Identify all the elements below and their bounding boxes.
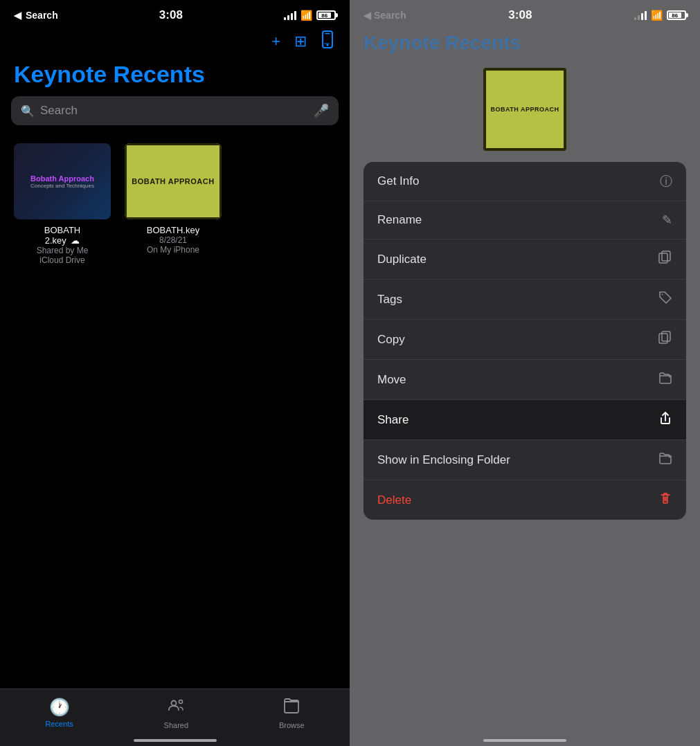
- menu-label-share: Share: [377, 413, 409, 427]
- menu-icon-delete: [658, 491, 672, 509]
- menu-item-duplicate[interactable]: Duplicate: [364, 239, 686, 280]
- menu-icon-rename: ✎: [662, 212, 672, 228]
- menu-item-move[interactable]: Move: [364, 360, 686, 400]
- right-battery-fill: 86: [669, 12, 681, 18]
- file-meta-bobath-loc: On My iPhone: [147, 245, 199, 255]
- blurred-background: Keynote Recents: [350, 25, 700, 54]
- context-file-preview: BOBATH APPROACH: [483, 68, 566, 151]
- r-signal-bar-3: [641, 13, 643, 20]
- menu-label-show-enclosing: Show in Enclosing Folder: [377, 453, 510, 467]
- menu-label-duplicate: Duplicate: [377, 253, 427, 266]
- left-home-indicator: [134, 739, 217, 742]
- left-wifi-icon: 📶: [300, 10, 312, 21]
- left-battery-fill: 86: [318, 12, 331, 18]
- signal-bar-3: [291, 13, 293, 20]
- left-status-bar: ◀ Search 3:08 📶 86: [0, 0, 350, 25]
- menu-item-rename[interactable]: Rename ✎: [364, 201, 686, 239]
- bobath-thumb: BOBATH APPROACH: [125, 143, 222, 219]
- menu-item-copy[interactable]: Copy: [364, 320, 686, 360]
- right-wifi-icon: 📶: [651, 10, 663, 21]
- right-battery-icon: 86: [667, 10, 686, 20]
- left-back-chevron: ◀: [14, 10, 21, 21]
- right-status-bar: ◀ Search 3:08 📶 86: [350, 0, 700, 25]
- menu-icon-share: [658, 411, 672, 428]
- left-time: 3:08: [159, 8, 183, 22]
- svg-point-9: [662, 294, 663, 295]
- menu-label-move: Move: [377, 373, 406, 387]
- svg-rect-11: [662, 331, 670, 341]
- device-button[interactable]: [321, 30, 336, 53]
- tab-browse[interactable]: Browse: [279, 696, 305, 729]
- file-meta-bobath2-1: Shared by Me: [37, 246, 89, 255]
- shared-icon: [167, 696, 185, 718]
- tab-shared[interactable]: Shared: [164, 696, 188, 729]
- right-panel: ◀ Search 3:08 📶 86 Keynote Recents: [350, 0, 700, 746]
- left-toolbar: + ⊞: [0, 25, 350, 58]
- right-back-label[interactable]: Search: [374, 10, 406, 21]
- right-status-icons: 📶 86: [634, 10, 686, 21]
- menu-label-copy: Copy: [377, 333, 405, 347]
- search-icon: 🔍: [21, 104, 35, 118]
- file-item-bobath2[interactable]: Bobath Approach Concepts and Techniques …: [14, 143, 111, 265]
- file-meta-bobath-date: 8/28/21: [159, 235, 187, 245]
- right-back-chevron: ◀: [364, 10, 371, 21]
- tab-recents-label: Recents: [45, 720, 73, 728]
- file-thumbnail-bobath: BOBATH APPROACH: [125, 143, 222, 219]
- context-area: BOBATH APPROACH Get Info ⓘ Rename ✎ Dupl…: [350, 54, 700, 746]
- right-back-nav[interactable]: ◀ Search: [364, 10, 406, 21]
- search-input[interactable]: [40, 104, 308, 118]
- svg-point-4: [172, 701, 177, 706]
- file-name-bobath: BOBATH.key: [147, 225, 199, 235]
- bobath2-thumb: Bobath Approach Concepts and Techniques: [14, 143, 111, 219]
- svg-rect-10: [659, 334, 667, 343]
- r-signal-bar-4: [645, 11, 647, 20]
- menu-item-get-info[interactable]: Get Info ⓘ: [364, 162, 686, 201]
- signal-bar-4: [294, 11, 296, 20]
- left-back-nav[interactable]: ◀ Search: [14, 10, 58, 21]
- menu-item-tags[interactable]: Tags: [364, 280, 686, 320]
- left-signal-icon: [284, 10, 296, 20]
- menu-icon-copy: [658, 331, 672, 348]
- menu-label-tags: Tags: [377, 293, 402, 307]
- left-battery-icon: 86: [316, 10, 336, 20]
- blurred-page-title: Keynote Recents: [364, 32, 686, 54]
- tab-recents[interactable]: 🕐 Recents: [45, 698, 73, 728]
- menu-icon-get-info: ⓘ: [660, 173, 672, 190]
- browse-icon: [282, 696, 300, 718]
- page-title: Keynote Recents: [0, 58, 350, 96]
- svg-rect-3: [324, 43, 330, 44]
- svg-rect-7: [659, 253, 667, 263]
- menu-icon-tags: [658, 291, 672, 308]
- tab-shared-label: Shared: [164, 721, 188, 729]
- r-signal-bar-1: [634, 17, 636, 20]
- grid-view-button[interactable]: ⊞: [294, 33, 307, 51]
- right-signal-icon: [634, 10, 647, 20]
- menu-label-rename: Rename: [377, 213, 422, 227]
- add-button[interactable]: +: [271, 33, 280, 51]
- bobath2-thumb-title: Bobath Approach: [30, 174, 94, 183]
- context-preview-text: BOBATH APPROACH: [491, 106, 559, 113]
- signal-bar-2: [287, 15, 289, 20]
- svg-rect-8: [662, 251, 670, 261]
- left-back-label[interactable]: Search: [26, 10, 58, 21]
- menu-item-show-enclosing[interactable]: Show in Enclosing Folder: [364, 440, 686, 480]
- menu-icon-duplicate: [658, 251, 672, 268]
- file-grid: Bobath Approach Concepts and Techniques …: [0, 136, 350, 272]
- bobath-thumb-text: BOBATH APPROACH: [132, 177, 214, 185]
- search-bar[interactable]: 🔍 🎤: [11, 96, 339, 125]
- file-item-bobath[interactable]: BOBATH APPROACH BOBATH.key 8/28/21 On My…: [125, 143, 222, 265]
- menu-label-get-info: Get Info: [377, 174, 419, 188]
- context-menu: Get Info ⓘ Rename ✎ Duplicate Tags: [364, 162, 686, 520]
- menu-label-delete: Delete: [377, 493, 411, 507]
- left-panel: ◀ Search 3:08 📶 86 + ⊞: [0, 0, 350, 746]
- mic-icon[interactable]: 🎤: [314, 103, 329, 118]
- right-time: 3:08: [508, 8, 532, 22]
- menu-item-share[interactable]: Share: [364, 400, 686, 440]
- menu-icon-show-enclosing: [658, 451, 672, 468]
- file-thumbnail-bobath2: Bobath Approach Concepts and Techniques: [14, 143, 111, 219]
- file-name-bobath2: BOBATH2.key ☁: [44, 225, 81, 246]
- bobath2-thumb-content: Bobath Approach Concepts and Techniques: [30, 174, 94, 189]
- menu-item-delete[interactable]: Delete: [364, 480, 686, 520]
- bottom-tab-bar: 🕐 Recents Shared Bro: [0, 689, 350, 746]
- svg-point-5: [179, 700, 183, 704]
